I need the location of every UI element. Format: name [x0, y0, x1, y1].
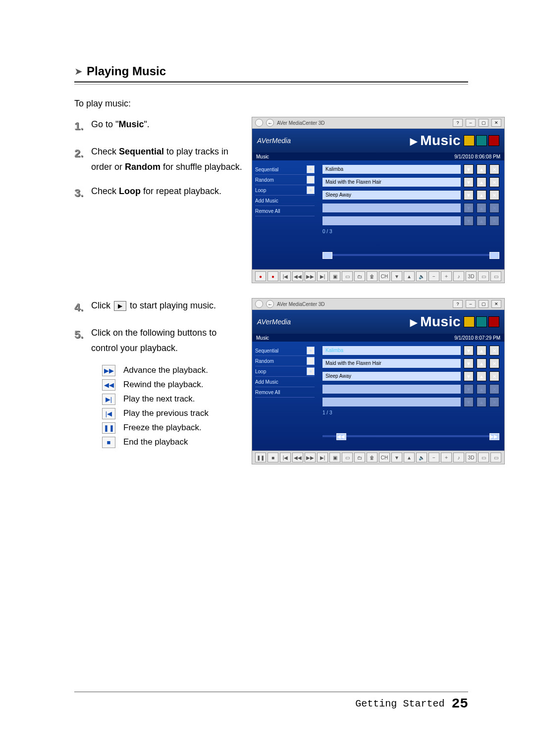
- next-icon: ▶|: [102, 394, 115, 405]
- folder-icon[interactable]: 🗀: [354, 453, 365, 462]
- forward-icon[interactable]: ▶▶: [305, 453, 316, 462]
- note-icon[interactable]: ♪: [453, 453, 464, 462]
- record-icon[interactable]: ●: [255, 271, 266, 281]
- help-icon[interactable]: ?: [453, 119, 463, 127]
- minimize-icon[interactable]: –: [466, 119, 476, 127]
- tile-icon: [488, 135, 499, 146]
- breadcrumb: Music 9/1/2010 8:06:08 PM: [252, 152, 504, 160]
- aspect-icon[interactable]: ▭: [342, 453, 353, 462]
- back-icon[interactable]: ←: [266, 119, 274, 127]
- prev-icon: |◀: [102, 408, 115, 419]
- next-icon[interactable]: ▶|: [317, 453, 328, 462]
- window-titlebar: ← AVer MediaCenter 3D ? – ▢ ✕: [252, 299, 504, 310]
- track-row[interactable]: Kalimba▼▲✕: [322, 346, 499, 355]
- threeD-button[interactable]: 3D: [466, 453, 477, 462]
- sidebar-item-add[interactable]: Add Music: [255, 377, 315, 387]
- sidebar-item-sequential[interactable]: Sequential■: [255, 164, 315, 175]
- close-icon[interactable]: ✕: [491, 300, 501, 308]
- stop-icon[interactable]: ■: [268, 453, 278, 462]
- up-icon[interactable]: ▲: [477, 164, 486, 174]
- threeD-button[interactable]: 3D: [466, 271, 477, 281]
- app-icon: [255, 119, 263, 127]
- ch-up-icon[interactable]: ▲: [404, 271, 415, 281]
- back-icon[interactable]: ←: [266, 300, 274, 308]
- remove-icon[interactable]: ✕: [489, 177, 499, 187]
- sidebar-item-remove[interactable]: Remove All: [255, 206, 315, 216]
- step-1: 1. Go to "Music".: [74, 117, 243, 135]
- misc2-icon[interactable]: ▭: [490, 271, 501, 281]
- banner: AVerMedia ▸ Music: [252, 310, 504, 334]
- seek-bar[interactable]: ◀◀▶▶: [322, 435, 499, 440]
- trash-icon[interactable]: 🗑: [367, 271, 377, 281]
- down-icon[interactable]: ▼: [464, 177, 474, 187]
- note-icon[interactable]: ♪: [453, 271, 464, 281]
- seek-bar[interactable]: [322, 254, 499, 259]
- banner: AVerMedia ▸ Music: [252, 129, 504, 152]
- folder-icon[interactable]: 🗀: [354, 271, 365, 281]
- down-icon[interactable]: ▼: [464, 164, 474, 174]
- sidebar: Sequential■ Random Loop■ Add Music Remov…: [252, 160, 318, 269]
- misc-icon[interactable]: ▭: [478, 453, 489, 462]
- pause-icon[interactable]: ❚❚: [255, 453, 266, 462]
- vol-up-icon[interactable]: ＋: [441, 453, 452, 462]
- ch-up-icon[interactable]: ▲: [404, 453, 415, 462]
- track-row[interactable]: Maid with the Flaxen Hair▼▲✕: [322, 358, 499, 368]
- trash-icon[interactable]: 🗑: [367, 453, 377, 462]
- snapshot-icon[interactable]: ▣: [329, 453, 340, 462]
- help-icon[interactable]: ?: [453, 300, 463, 308]
- maximize-icon[interactable]: ▢: [479, 300, 488, 308]
- up-icon[interactable]: ▲: [477, 177, 486, 187]
- sidebar-item-sequential[interactable]: Sequential■: [255, 346, 315, 356]
- track-row: ▼▲✕: [322, 203, 499, 213]
- aspect-icon[interactable]: ▭: [342, 271, 353, 281]
- rewind-icon[interactable]: ◀◀: [292, 271, 303, 281]
- forward-icon[interactable]: ▶▶: [305, 271, 316, 281]
- snapshot-icon[interactable]: ▣: [329, 271, 340, 281]
- up-icon[interactable]: ▲: [477, 190, 486, 200]
- vol-up-icon[interactable]: ＋: [441, 271, 452, 281]
- next-icon[interactable]: ▶|: [317, 271, 328, 281]
- minimize-icon[interactable]: –: [466, 300, 476, 308]
- sidebar-item-remove[interactable]: Remove All: [255, 387, 315, 398]
- sidebar-item-loop[interactable]: Loop■: [255, 366, 315, 377]
- channel-button[interactable]: CH: [379, 453, 390, 462]
- ch-down-icon[interactable]: ▼: [391, 271, 402, 281]
- stop-icon: ■: [102, 437, 115, 448]
- close-icon[interactable]: ✕: [491, 119, 501, 127]
- misc2-icon[interactable]: ▭: [490, 453, 501, 462]
- prev-icon[interactable]: |◀: [280, 453, 291, 462]
- track-row[interactable]: Sleep Away▼▲✕: [322, 371, 499, 381]
- step-4: 4. Click ▶ to start playing music.: [74, 298, 243, 316]
- track-row[interactable]: Maid with the Flaxen Hair▼▲✕: [322, 177, 499, 187]
- track-row[interactable]: Sleep Away▼▲✕: [322, 190, 499, 200]
- track-row[interactable]: Kalimba▼▲✕: [322, 164, 499, 174]
- timestamp: 9/1/2010 8:06:08 PM: [454, 154, 500, 159]
- vol-down-icon[interactable]: −: [428, 453, 439, 462]
- vol-down-icon[interactable]: −: [428, 271, 439, 281]
- down-icon[interactable]: ▼: [464, 190, 474, 200]
- mute-icon[interactable]: 🔈: [416, 271, 427, 281]
- play-triangle-icon: ▸: [410, 314, 418, 330]
- section-label: Music: [420, 133, 461, 149]
- rewind-icon[interactable]: ◀◀: [292, 453, 303, 462]
- app-icon: [255, 300, 263, 308]
- sidebar-item-add[interactable]: Add Music: [255, 196, 315, 206]
- sidebar-item-loop[interactable]: Loop■: [255, 185, 315, 196]
- sidebar-item-random[interactable]: Random: [255, 356, 315, 366]
- footer-label: Getting Started: [355, 698, 444, 709]
- brand-label: AVerMedia: [257, 318, 291, 326]
- sidebar-item-random[interactable]: Random: [255, 175, 315, 185]
- record2-icon[interactable]: ●: [268, 271, 278, 281]
- step-number: 2.: [74, 144, 87, 162]
- tile-icon: [464, 135, 475, 146]
- step1-text: Go to ": [91, 119, 118, 129]
- maximize-icon[interactable]: ▢: [479, 119, 488, 127]
- remove-icon[interactable]: ✕: [489, 164, 499, 174]
- channel-button[interactable]: CH: [379, 271, 390, 281]
- prev-icon[interactable]: |◀: [280, 271, 291, 281]
- mute-icon[interactable]: 🔈: [416, 453, 427, 462]
- ch-down-icon[interactable]: ▼: [391, 453, 402, 462]
- window-titlebar: ← AVer MediaCenter 3D ? – ▢ ✕: [252, 117, 504, 129]
- misc-icon[interactable]: ▭: [478, 271, 489, 281]
- remove-icon[interactable]: ✕: [489, 190, 499, 200]
